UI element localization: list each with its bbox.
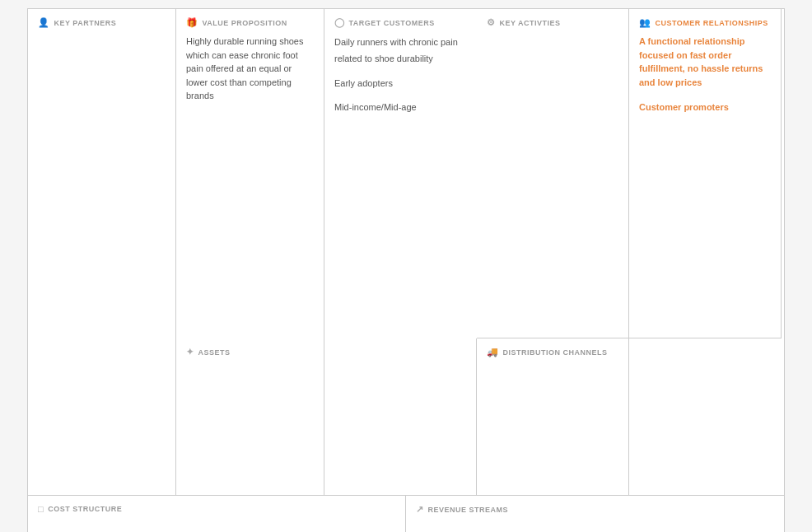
key-partners-cell: 👤 KEY PARTNERS [28, 9, 176, 338]
value-proposition-label: VALUE PROPOSITION [203, 19, 287, 27]
target-item-3: Mid-income/Mid-age [334, 100, 467, 116]
value-proposition-content: Highly durable running shoes which can e… [186, 35, 314, 103]
distribution-channels-label: DISTRIBUTION CHANNELS [503, 348, 608, 357]
revenue-streams-icon: ↗ [416, 504, 424, 515]
key-partners-label: KEY PARTNERS [54, 19, 117, 27]
cost-structure-label: COST STRUCTURE [48, 505, 122, 513]
distribution-channels-icon: 🚚 [487, 347, 499, 357]
target-customers-bottom [629, 338, 782, 495]
key-partners-header: 👤 KEY PARTNERS [38, 17, 166, 28]
business-model-canvas: 👤 KEY PARTNERS ⚙ KEY ACTIVTIES 🎁 VALUE P… [28, 9, 784, 338]
target-customers-cell: ◯ TARGET CUSTOMERS Daily runners with ch… [324, 9, 477, 338]
distribution-channels-header: 🚚 DISTRIBUTION CHANNELS [487, 347, 618, 357]
key-partners-bottom [28, 338, 176, 495]
value-prop-bottom [324, 338, 477, 495]
assets-cell: ✦ ASSETS [176, 338, 324, 495]
assets-header: ✦ ASSETS [186, 347, 314, 357]
revenue-streams-label: REVENUE STREAMS [428, 506, 509, 514]
key-partners-icon: 👤 [38, 17, 50, 28]
revenue-streams-header: ↗ REVENUE STREAMS [416, 504, 774, 515]
target-customers-label: TARGET CUSTOMERS [349, 19, 435, 27]
cost-structure-cell: □ COST STRUCTURE [28, 496, 406, 532]
target-customers-icon: ◯ [334, 17, 345, 28]
key-activities-label: KEY ACTIVTIES [500, 19, 561, 27]
target-customers-header: ◯ TARGET CUSTOMERS [334, 17, 467, 28]
assets-label: ASSETS [198, 348, 231, 357]
value-proposition-cell: 🎁 VALUE PROPOSITION Highly durable runni… [176, 9, 324, 338]
target-customers-content: Daily runners with chronic pain related … [334, 35, 467, 116]
customer-relationships-label: CUSTOMER RELATIONSHIPS [656, 19, 768, 27]
customer-relationships-header: 👥 CUSTOMER RELATIONSHIPS [639, 17, 771, 28]
revenue-streams-cell: ↗ REVENUE STREAMS [406, 496, 784, 532]
target-item-1: Daily runners with chronic pain related … [334, 35, 467, 68]
value-proposition-icon: 🎁 [186, 17, 198, 28]
cost-structure-header: □ COST STRUCTURE [38, 504, 395, 514]
key-activities-cell: ⚙ KEY ACTIVTIES [477, 9, 629, 338]
customer-relationships-content: A functional relationship focused on fas… [639, 35, 771, 89]
customer-relationships-icon: 👥 [639, 17, 651, 28]
assets-icon: ✦ [186, 347, 194, 357]
customer-relationships-cell: 👥 CUSTOMER RELATIONSHIPS A functional re… [629, 9, 782, 338]
bottom-section: □ COST STRUCTURE ↗ REVENUE STREAMS [28, 496, 784, 532]
value-proposition-header: 🎁 VALUE PROPOSITION [186, 17, 314, 28]
key-activities-header: ⚙ KEY ACTIVTIES [487, 17, 618, 28]
key-activities-icon: ⚙ [487, 17, 496, 28]
cost-structure-icon: □ [38, 504, 44, 514]
second-row: ✦ ASSETS 🚚 DISTRIBUTION CHANNELS [28, 338, 784, 496]
target-item-2: Early adopters [334, 76, 467, 92]
customer-relationships-content2: Customer promoters [639, 100, 771, 114]
distribution-channels-cell: 🚚 DISTRIBUTION CHANNELS [477, 338, 629, 495]
